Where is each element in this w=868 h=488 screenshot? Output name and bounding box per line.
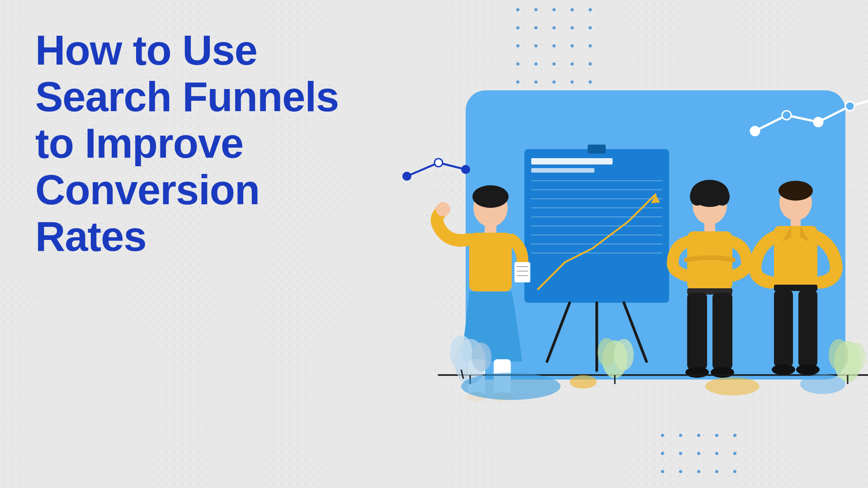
svg-point-63	[450, 335, 472, 370]
svg-point-68	[598, 338, 616, 367]
svg-point-76	[705, 377, 760, 395]
svg-point-8	[462, 165, 470, 174]
svg-point-77	[570, 375, 597, 389]
svg-rect-11	[531, 168, 594, 173]
svg-point-64	[472, 343, 491, 371]
svg-rect-25	[588, 145, 606, 154]
svg-point-73	[848, 343, 866, 371]
svg-point-48	[685, 367, 709, 378]
svg-point-7	[434, 159, 443, 167]
illustration-svg	[393, 0, 868, 488]
svg-point-1	[750, 127, 760, 136]
svg-rect-58	[798, 290, 817, 367]
svg-point-41	[690, 188, 704, 206]
svg-rect-10	[531, 158, 613, 164]
illustration-area	[393, 0, 868, 488]
svg-point-75	[461, 373, 561, 400]
svg-point-49	[711, 367, 734, 378]
svg-rect-43	[704, 223, 715, 232]
svg-point-3	[814, 117, 823, 127]
svg-point-4	[845, 102, 854, 111]
page-title: How to Use Search Funnels to Improve Con…	[35, 27, 370, 260]
svg-rect-47	[712, 293, 732, 370]
svg-rect-29	[469, 233, 512, 291]
svg-point-60	[796, 364, 820, 375]
svg-rect-30	[514, 262, 530, 282]
svg-point-78	[800, 374, 845, 394]
svg-point-72	[829, 339, 849, 371]
left-float-chart	[403, 159, 470, 180]
svg-point-69	[614, 339, 634, 371]
svg-rect-53	[774, 226, 817, 287]
svg-point-51	[778, 181, 813, 201]
svg-point-2	[782, 111, 791, 120]
svg-rect-56	[774, 285, 817, 291]
svg-point-6	[403, 172, 411, 180]
svg-rect-57	[774, 290, 793, 367]
svg-rect-46	[687, 293, 707, 370]
svg-point-38	[436, 202, 450, 216]
svg-point-59	[772, 364, 795, 375]
svg-point-27	[472, 185, 509, 208]
svg-point-42	[715, 188, 730, 206]
